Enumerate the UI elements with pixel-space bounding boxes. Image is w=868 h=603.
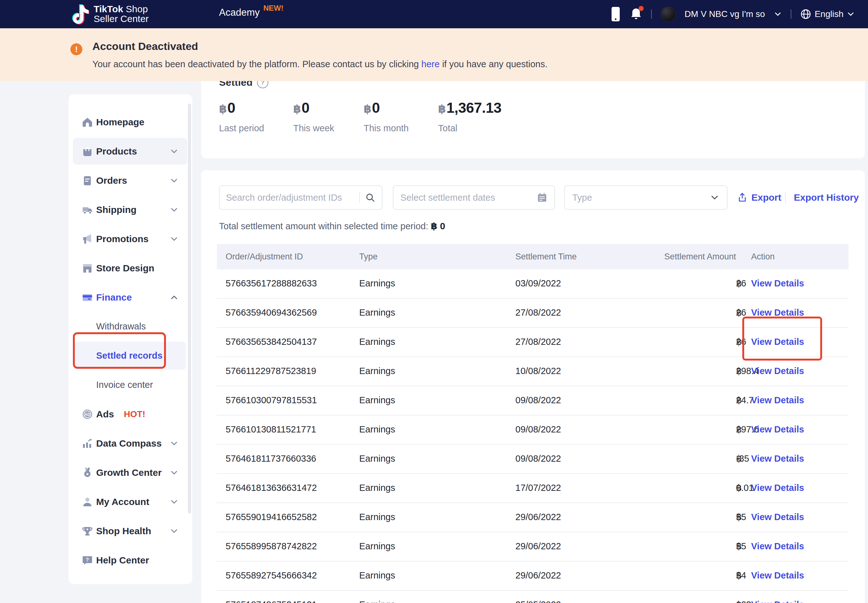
chevron-down-icon <box>170 235 178 243</box>
ads-icon <box>82 408 93 420</box>
order-id-cell: 576558995878742822 <box>226 532 317 560</box>
export-history-link[interactable]: Export History <box>794 185 859 210</box>
export-button[interactable]: Export <box>737 185 781 210</box>
view-details-link[interactable]: View Details <box>751 561 804 589</box>
chevron-down-icon <box>170 439 178 448</box>
sidebar-item-orders[interactable]: Orders <box>68 166 192 195</box>
trophy-icon <box>82 526 93 537</box>
divider <box>359 192 360 203</box>
settlement-time-cell: 03/09/2022 <box>515 269 561 297</box>
person-icon <box>82 496 93 507</box>
academy-link[interactable]: Academy <box>219 7 260 18</box>
view-details-link[interactable]: View Details <box>751 474 804 502</box>
chevron-down-icon <box>170 498 178 506</box>
order-id-cell: 576635617288882633 <box>226 269 317 297</box>
language-selector[interactable]: English <box>800 8 855 20</box>
annotation-box-view-details <box>742 317 822 360</box>
settlement-time-cell: 25/05/2022 <box>515 591 561 603</box>
export-icon <box>737 192 748 203</box>
order-id-cell: 576461811737660336 <box>226 445 316 473</box>
sidebar-item-label: Shop Health <box>96 526 151 537</box>
settlement-dates-input[interactable]: Select settlement dates <box>393 185 555 210</box>
credit-card-icon <box>82 292 93 303</box>
settlement-time-cell: 27/08/2022 <box>515 299 561 326</box>
divider <box>651 9 652 19</box>
settlement-time-cell: 29/06/2022 <box>515 503 561 531</box>
view-details-link[interactable]: View Details <box>751 503 804 531</box>
sidebar-item-ads[interactable]: AdsHOT! <box>68 399 192 429</box>
type-cell: Earnings <box>359 561 395 589</box>
view-details-link[interactable]: View Details <box>751 269 804 297</box>
search-icon[interactable] <box>365 192 375 203</box>
type-cell: Earnings <box>359 503 395 531</box>
view-details-link[interactable]: View Details <box>751 445 804 473</box>
sidebar-item-promotions[interactable]: Promotions <box>68 224 192 254</box>
home-icon <box>82 116 93 128</box>
sidebar-item-finance[interactable]: Finance <box>68 283 192 312</box>
settled-records-table: Order/Adjustment ID Type Settlement Time… <box>217 244 848 603</box>
type-select[interactable]: Type <box>564 185 727 210</box>
type-cell: Earnings <box>359 386 395 414</box>
view-details-link[interactable]: View Details <box>751 357 804 385</box>
view-details-link[interactable]: View Details <box>751 386 804 414</box>
megaphone-icon <box>82 233 93 245</box>
total-settlement-line: Total settlement amount within selected … <box>219 221 445 232</box>
sidebar-item-label: Promotions <box>96 233 149 244</box>
mobile-icon[interactable] <box>610 6 621 22</box>
stat-this-month: ฿0This month <box>364 99 409 133</box>
type-cell: Earnings <box>359 445 395 473</box>
bell-icon[interactable] <box>630 7 642 21</box>
warning-icon: ! <box>70 43 82 55</box>
sidebar-item-label: Shipping <box>96 204 136 215</box>
user-menu[interactable]: DM V NBC vg I'm so <box>685 9 765 19</box>
top-header: TikTok Shop Seller Center Academy NEW! D… <box>0 0 868 28</box>
col-action: Action <box>751 244 775 269</box>
sidebar-item-label: Homepage <box>96 117 144 127</box>
sidebar-item-label: My Account <box>96 496 149 507</box>
sidebar-item-data-compass[interactable]: Data Compass <box>68 429 192 458</box>
view-details-link[interactable]: View Details <box>751 532 804 560</box>
order-id-cell: 576610300797815531 <box>226 386 317 414</box>
sidebar-item-store-design[interactable]: Store Design <box>68 254 192 283</box>
chevron-down-icon <box>170 527 178 535</box>
contact-here-link[interactable]: here <box>422 59 440 69</box>
settlement-time-cell: 27/08/2022 <box>515 328 561 356</box>
settlement-time-cell: 29/06/2022 <box>515 532 561 560</box>
sidebar-item-homepage[interactable]: Homepage <box>68 107 192 137</box>
order-id-cell: 576611229787523819 <box>226 357 316 385</box>
chevron-up-icon <box>170 293 178 302</box>
chevron-down-icon <box>774 10 782 18</box>
type-cell: Earnings <box>359 328 395 356</box>
sidebar-item-my-account[interactable]: My Account <box>68 487 192 516</box>
view-details-link[interactable]: View Details <box>751 591 804 603</box>
order-id-cell: 576558927545666342 <box>226 561 317 589</box>
account-deactivated-banner: ! Account Deactivated Your account has b… <box>0 28 868 81</box>
avatar[interactable] <box>660 6 676 22</box>
chevron-down-icon <box>846 10 855 18</box>
tiktok-note-icon <box>70 3 89 25</box>
type-cell: Earnings <box>359 299 395 326</box>
help-icon <box>82 555 93 566</box>
chevron-down-icon <box>710 193 719 202</box>
col-settlement-amount: Settlement Amount <box>610 244 736 269</box>
table-row: 576635617288882633Earnings03/09/2022฿26V… <box>217 269 848 299</box>
sidebar-scrollbar[interactable] <box>188 104 191 513</box>
sidebar-item-shipping[interactable]: Shipping <box>68 195 192 224</box>
banner-title: Account Deactivated <box>92 40 198 53</box>
sidebar-item-label: Ads <box>96 409 114 420</box>
sidebar-item-growth-center[interactable]: Growth Center <box>68 458 192 487</box>
view-details-link[interactable]: View Details <box>751 416 804 444</box>
stat-last-period: ฿0Last period <box>219 99 264 133</box>
search-input[interactable]: Search order/adjustment IDs <box>219 185 383 210</box>
sidebar-item-products[interactable]: Products <box>68 137 192 166</box>
banner-message: Your account has been deactivated by the… <box>92 59 547 70</box>
sidebar-item-shop-health[interactable]: Shop Health <box>68 516 192 546</box>
settled-stats-card: Settled ? ฿0Last period฿0This week฿0This… <box>201 75 865 158</box>
sidebar-item-invoice-center[interactable]: Invoice center <box>68 370 192 399</box>
settlement-time-cell: 09/08/2022 <box>515 416 561 444</box>
type-cell: Earnings <box>359 357 395 385</box>
chevron-down-icon <box>170 206 178 214</box>
sidebar-item-label: Withdrawals <box>96 321 146 332</box>
sidebar-item-help-center[interactable]: Help Center <box>68 546 192 575</box>
brand-logo[interactable]: TikTok Shop Seller Center <box>70 3 149 25</box>
